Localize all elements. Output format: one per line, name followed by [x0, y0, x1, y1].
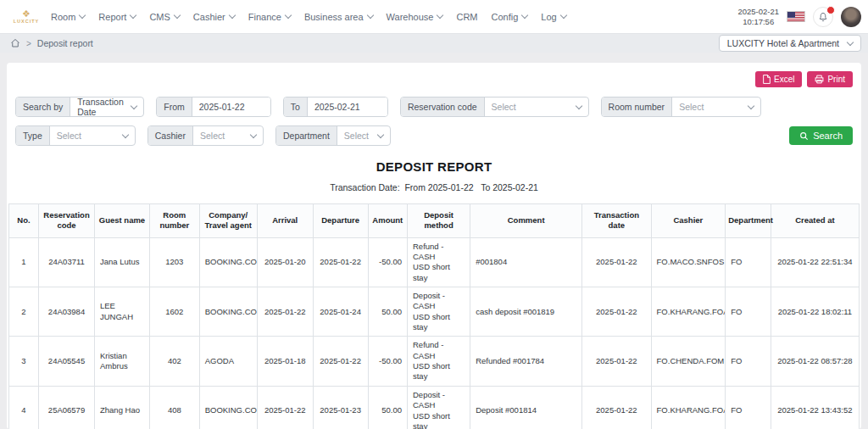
table-row: 3 24A05545 Kristian Ambrus 402 AGODA 202…	[9, 337, 860, 386]
breadcrumb-page: Deposit report	[37, 38, 93, 48]
menu-item-label: Business area	[304, 12, 364, 22]
cell-no: 1	[9, 237, 39, 287]
search-button[interactable]: Search	[789, 126, 853, 145]
table-column-header: Arrival	[257, 204, 313, 238]
cell-no: 3	[9, 337, 39, 386]
menu-item-label: Warehouse	[387, 12, 434, 22]
chevron-down-icon	[285, 12, 292, 19]
room-number-filter: Room number Select	[601, 97, 762, 117]
cell-amount: 50.00	[368, 287, 407, 337]
reservation-code-select[interactable]: Select	[485, 98, 588, 116]
menu-item[interactable]: Config	[492, 12, 528, 22]
cell-arrival: 2025-01-20	[257, 237, 313, 287]
chevron-down-icon	[131, 102, 137, 109]
cell-transaction-date: 2025-01-22	[582, 237, 651, 287]
room-number-select[interactable]: Select	[672, 98, 760, 116]
table-column-header: Room number	[149, 204, 199, 238]
table-column-header: Deposit method	[407, 204, 470, 238]
cashier-value: Select	[200, 131, 225, 141]
cell-amount: -50.00	[368, 237, 407, 287]
cell-comment: Refunded #001784	[470, 337, 582, 386]
reservation-code-value: Select	[492, 102, 516, 112]
navbar-right: 2025-02-21 10:17:56	[737, 7, 861, 27]
reservation-code-filter: Reservation code Select	[400, 97, 589, 117]
table-column-header: Amount	[368, 204, 407, 238]
department-select[interactable]: Select	[337, 126, 390, 145]
deposit-report-table: No.Reservation codeGuest nameRoom number…	[8, 203, 860, 429]
type-label: Type	[16, 126, 50, 145]
chevron-down-icon	[559, 12, 566, 19]
search-by-select[interactable]: Transaction Date	[70, 98, 143, 116]
menu-item[interactable]: Finance	[248, 12, 291, 22]
cell-company: BOOKING.COM	[199, 287, 257, 337]
cell-room-number: 408	[149, 386, 199, 429]
cell-guest-name: Zhang Hao	[95, 386, 150, 429]
menu-item-label: Room	[51, 12, 75, 22]
cell-reservation-code: 25A06579	[39, 386, 95, 429]
cell-reservation-code: 24A03984	[39, 287, 95, 337]
home-icon[interactable]	[10, 38, 20, 48]
menu-item[interactable]: Business area	[304, 12, 373, 22]
cell-created-at: 2025-01-22 08:57:28	[771, 337, 859, 386]
to-date-input[interactable]	[308, 98, 387, 116]
chevron-down-icon	[437, 12, 443, 19]
current-date: 2025-02-21	[737, 7, 779, 17]
table-column-header: Reservation code	[39, 204, 95, 238]
hotel-selector-value: LUXCITY Hotel & Apartment	[727, 38, 839, 48]
excel-file-icon	[763, 75, 771, 84]
cell-guest-name: Jana Lutus	[95, 237, 150, 287]
search-by-filter: Search by Transaction Date	[15, 97, 144, 117]
from-label: From	[157, 98, 192, 116]
table-header-row: No.Reservation codeGuest nameRoom number…	[9, 204, 860, 238]
us-flag-icon[interactable]	[787, 11, 805, 22]
cell-room-number: 1203	[149, 237, 199, 287]
cell-department: FO	[726, 237, 771, 287]
print-button[interactable]: Print	[807, 71, 853, 87]
cell-departure: 2025-01-24	[313, 287, 368, 337]
current-time: 10:17:56	[737, 17, 779, 27]
cell-departure: 2025-01-22	[313, 237, 368, 287]
menu-item[interactable]: CRM	[456, 12, 477, 22]
cell-departure: 2025-01-23	[313, 386, 368, 429]
cell-cashier: FO.MACO.SNFOS	[651, 237, 726, 287]
user-avatar[interactable]	[841, 7, 861, 27]
cell-created-at: 2025-01-22 13:43:52	[771, 386, 859, 429]
cashier-filter: Cashier Select	[147, 125, 264, 146]
cell-created-at: 2025-01-22 18:02:11	[771, 287, 859, 337]
room-number-label: Room number	[602, 98, 673, 116]
table-header: No.Reservation codeGuest nameRoom number…	[9, 204, 860, 238]
hotel-selector[interactable]: LUXCITY Hotel & Apartment	[719, 35, 861, 52]
cashier-select[interactable]: Select	[193, 126, 263, 145]
print-icon	[815, 75, 824, 84]
from-date-input[interactable]	[192, 98, 270, 116]
cell-company: BOOKING.COM	[199, 237, 257, 287]
menu-item-label: CRM	[456, 12, 477, 22]
chevron-down-icon	[228, 12, 235, 19]
cell-cashier: FO.KHARANG.FOA	[651, 386, 726, 429]
excel-button[interactable]: Excel	[755, 71, 802, 87]
menu-item-label: Log	[541, 12, 556, 22]
table-column-header: Created at	[771, 204, 859, 238]
type-select[interactable]: Select	[50, 126, 135, 145]
menu-item[interactable]: Log	[541, 12, 565, 22]
cell-transaction-date: 2025-01-22	[582, 386, 651, 429]
menu-item[interactable]: Warehouse	[387, 12, 443, 22]
top-navbar: ❖ LUXCITY Room Report CMS Cashier	[0, 0, 868, 34]
logo-text: LUXCITY	[14, 19, 40, 24]
app-logo[interactable]: ❖ LUXCITY	[12, 9, 41, 24]
notifications-button[interactable]	[813, 7, 833, 27]
menu-item[interactable]: Report	[98, 12, 136, 22]
cell-department: FO	[726, 287, 771, 337]
search-icon	[799, 131, 809, 141]
cell-departure: 2025-01-22	[313, 337, 368, 386]
menu-item-label: Config	[492, 12, 519, 22]
search-by-value: Transaction Date	[77, 97, 125, 117]
menu-item[interactable]: Room	[51, 12, 85, 22]
menu-item[interactable]: CMS	[149, 12, 179, 22]
cell-no: 2	[9, 287, 39, 337]
bell-icon	[818, 12, 828, 22]
table-column-header: No.	[9, 204, 39, 238]
cell-comment: #001804	[470, 237, 582, 287]
chevron-down-icon	[521, 12, 528, 19]
menu-item[interactable]: Cashier	[193, 12, 235, 22]
